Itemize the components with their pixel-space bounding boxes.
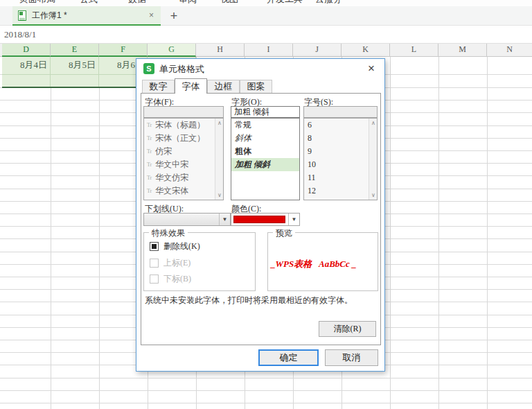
size-item[interactable]: 10 bbox=[304, 158, 377, 171]
dialog-title-bar[interactable]: S 单元格格式 × bbox=[136, 59, 384, 78]
column-header-j[interactable]: J bbox=[293, 44, 342, 57]
truetype-icon: Tr bbox=[147, 184, 155, 198]
menu-item-dev-tools[interactable]: 开发工具 bbox=[267, 0, 303, 5]
font-list-item[interactable]: Tr宋体（标题） bbox=[144, 119, 223, 132]
tab-number[interactable]: 数字 bbox=[142, 80, 175, 93]
font-list[interactable]: Tr宋体（标题） Tr宋体（正文） Tr仿宋 Tr华文中宋 Tr华文仿宋 Tr华… bbox=[143, 118, 224, 200]
column-header-e[interactable]: E bbox=[51, 44, 99, 57]
superscript-label: 上标(E) bbox=[163, 257, 190, 269]
column-header-l[interactable]: L bbox=[390, 44, 438, 57]
workbook-icon bbox=[18, 10, 26, 21]
ribbon-menu: 页面布局 公式 数据 审阅 视图 开发工具 云服务 bbox=[0, 0, 532, 6]
dropdown-arrow-icon[interactable]: ▼ bbox=[288, 214, 299, 225]
style-item-italic[interactable]: 斜体 bbox=[231, 132, 299, 145]
color-swatch-red bbox=[233, 216, 285, 223]
font-list-item[interactable]: Tr仿宋 bbox=[144, 145, 223, 158]
cell-e1[interactable]: 8月5日 bbox=[51, 57, 99, 74]
checkbox-icon bbox=[150, 259, 159, 268]
column-header-k[interactable]: K bbox=[342, 44, 390, 57]
dropdown-arrow-icon[interactable]: ▼ bbox=[219, 214, 230, 225]
ok-button[interactable]: 确定 bbox=[258, 349, 319, 366]
scroll-up-icon[interactable]: ∧ bbox=[369, 120, 378, 126]
font-list-item[interactable]: Tr华文宋体 bbox=[144, 184, 223, 198]
workbook-tab-label: 工作簿1 * bbox=[32, 10, 148, 21]
column-header-n[interactable]: N bbox=[487, 44, 532, 57]
menu-item-view[interactable]: 视图 bbox=[220, 0, 238, 5]
column-header-f[interactable]: F bbox=[99, 44, 148, 57]
font-style-input[interactable]: 加粗 倾斜 bbox=[231, 106, 300, 118]
new-tab-button[interactable]: + bbox=[166, 8, 181, 24]
scroll-down-icon[interactable]: ∨ bbox=[215, 192, 224, 198]
font-preview-sample: _WPS表格 AaBbCc _ bbox=[271, 258, 376, 270]
special-effects-legend: 特殊效果 bbox=[149, 227, 188, 239]
truetype-icon: Tr bbox=[147, 145, 155, 158]
strikethrough-label: 删除线(K) bbox=[163, 241, 200, 252]
scroll-up-icon[interactable]: ∧ bbox=[215, 120, 224, 126]
column-header-d[interactable]: D bbox=[2, 44, 51, 57]
dialog-title: 单元格格式 bbox=[159, 63, 204, 76]
superscript-option: 上标(E) bbox=[150, 258, 190, 268]
font-size-list[interactable]: 6 8 9 10 11 12 ∧ ∨ bbox=[303, 118, 378, 200]
font-warning-note: 系统中未安装此字体，打印时将采用最相近的有效字体。 bbox=[145, 295, 380, 306]
font-size-input[interactable] bbox=[303, 106, 378, 118]
style-item-bold[interactable]: 粗体 bbox=[231, 145, 299, 158]
font-list-item[interactable]: Tr宋体（正文） bbox=[144, 132, 223, 145]
formula-bar-value: 2018/8/1 bbox=[0, 29, 36, 40]
menu-item-data[interactable]: 数据 bbox=[128, 0, 146, 5]
subscript-option: 下标(B) bbox=[150, 274, 191, 284]
dialog-tab-strip: 数字 字体 边框 图案 bbox=[142, 78, 272, 93]
scroll-down-icon[interactable]: ∨ bbox=[369, 192, 378, 198]
menu-item-page-layout[interactable]: 页面布局 bbox=[19, 0, 55, 5]
workbook-tab[interactable]: 工作簿1 * × bbox=[12, 6, 161, 26]
preview-group: 预览 _WPS表格 AaBbCc _ bbox=[267, 232, 378, 291]
document-tab-bar: 工作簿1 * × + bbox=[0, 6, 532, 26]
truetype-icon: Tr bbox=[147, 119, 155, 132]
font-tab-panel: 字体(F): 字形(O): 字号(S): 加粗 倾斜 Tr宋体（标题） Tr宋体… bbox=[141, 93, 381, 345]
font-list-item[interactable]: Tr华文中宋 bbox=[144, 158, 223, 171]
tab-font[interactable]: 字体 bbox=[175, 78, 207, 94]
column-header-g[interactable]: G bbox=[148, 44, 196, 57]
checkbox-checked-icon[interactable] bbox=[150, 242, 159, 251]
size-item[interactable]: 11 bbox=[304, 171, 377, 184]
column-header-m[interactable]: M bbox=[438, 44, 487, 57]
column-header-h[interactable]: H bbox=[196, 44, 245, 57]
checkbox-icon bbox=[150, 275, 159, 284]
size-item[interactable]: 9 bbox=[304, 145, 377, 158]
size-item[interactable]: 12 bbox=[304, 184, 377, 198]
font-name-input[interactable] bbox=[143, 106, 224, 118]
truetype-icon: Tr bbox=[147, 171, 155, 184]
special-effects-group: 特殊效果 删除线(K) 上标(E) 下标(B) bbox=[143, 232, 256, 291]
tab-close-icon[interactable]: × bbox=[148, 10, 155, 20]
font-list-item[interactable]: Tr华文仿宋 bbox=[144, 171, 223, 184]
size-item[interactable]: 6 bbox=[304, 119, 377, 132]
size-item[interactable]: 8 bbox=[304, 132, 377, 145]
cell-d1[interactable]: 8月4日 bbox=[2, 57, 51, 74]
style-item-regular[interactable]: 常规 bbox=[231, 119, 299, 132]
menu-item-formulas[interactable]: 公式 bbox=[80, 0, 98, 5]
subscript-label: 下标(B) bbox=[163, 273, 191, 285]
size-list-scrollbar[interactable]: ∧ ∨ bbox=[369, 119, 377, 200]
dialog-close-icon[interactable]: × bbox=[364, 61, 379, 76]
column-header-row: D E F G H I J K L M N bbox=[0, 44, 532, 57]
wps-logo-icon: S bbox=[143, 63, 154, 74]
menu-item-review[interactable]: 审阅 bbox=[179, 0, 197, 5]
column-header-i[interactable]: I bbox=[245, 44, 293, 57]
underline-dropdown[interactable]: ▼ bbox=[143, 213, 231, 226]
truetype-icon: Tr bbox=[147, 158, 155, 171]
tab-pattern[interactable]: 图案 bbox=[240, 80, 272, 93]
style-item-bold-italic[interactable]: 加粗 倾斜 bbox=[231, 158, 299, 171]
formula-bar[interactable]: 2018/8/1 bbox=[0, 26, 532, 44]
menu-item-cloud[interactable]: 云服务 bbox=[315, 0, 342, 5]
preview-legend: 预览 bbox=[273, 227, 295, 239]
clear-button[interactable]: 清除(R) bbox=[319, 321, 376, 337]
font-list-scrollbar[interactable]: ∧ ∨ bbox=[215, 119, 223, 200]
truetype-icon: Tr bbox=[147, 132, 155, 145]
font-style-list[interactable]: 常规 斜体 粗体 加粗 倾斜 bbox=[231, 118, 300, 200]
tab-border[interactable]: 边框 bbox=[207, 80, 240, 93]
strikethrough-option[interactable]: 删除线(K) bbox=[150, 241, 200, 251]
color-dropdown[interactable]: ▼ bbox=[231, 213, 300, 226]
cancel-button[interactable]: 取消 bbox=[325, 349, 378, 366]
cell-format-dialog: S 单元格格式 × 数字 字体 边框 图案 字体(F): 字形(O): 字号(S… bbox=[136, 58, 385, 372]
